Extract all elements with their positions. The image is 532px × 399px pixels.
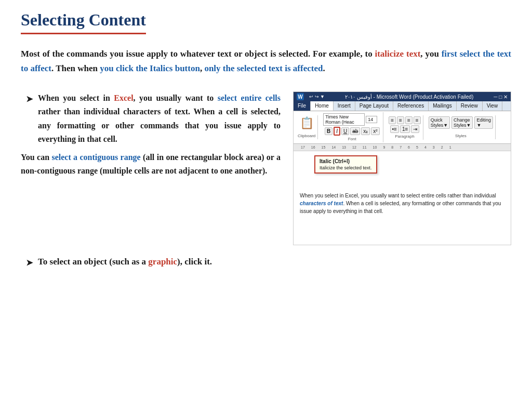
bullet-arrow-2: ➤: [26, 258, 33, 268]
strikethrough-button[interactable]: ab: [350, 127, 360, 135]
intro-text-3: . Then when: [51, 63, 100, 73]
font-name-box[interactable]: Times New Roman (Heac: [323, 113, 365, 126]
font-group: Times New Roman (Heac 14 B I U ab x₂ x² …: [321, 112, 383, 142]
tab-references[interactable]: References: [393, 101, 429, 111]
subscript-button[interactable]: x₂: [361, 127, 370, 135]
change-styles-btn[interactable]: ChangeStyles▼: [451, 116, 473, 129]
bullet-text-2: To select an object (such as a graphic),…: [38, 257, 212, 267]
title-section: Selecting Content: [21, 10, 146, 34]
tab-insert[interactable]: Insert: [334, 101, 355, 111]
tab-page-layout[interactable]: Page Layout: [355, 101, 393, 111]
para-buttons: ≡ ≡ ≡ ≡: [389, 116, 420, 124]
intro-text-1: Most of the commands you issue apply to …: [21, 49, 375, 59]
align-left[interactable]: ≡: [389, 116, 396, 124]
underline-button[interactable]: U: [341, 127, 349, 135]
b2-text2: ), click it.: [177, 257, 212, 267]
tooltip-title: Italic (Ctrl+I): [320, 158, 372, 164]
b2-text1: To select an object (such as a: [38, 257, 148, 267]
ribbon-tabs: File Home Insert Page Layout References …: [294, 101, 511, 111]
ribbon-content: 📋 Clipboard Times New Roman (Heac 14 B I…: [294, 111, 511, 144]
tab-home[interactable]: Home: [311, 101, 334, 111]
bullet-item-1: ➤ When you select in Excel, you usually …: [21, 91, 281, 147]
para-buttons2: •≡ 1≡ ⇥: [390, 125, 420, 133]
b1-excel: Excel: [114, 94, 133, 102]
b1-text3: rather than individual characters of tex…: [38, 107, 281, 143]
font-size-box[interactable]: 14: [366, 116, 377, 123]
intro-paragraph: Most of the commands you issue apply to …: [21, 47, 511, 76]
bullet-text-1: When you select in Excel, you usually wa…: [38, 91, 281, 147]
non-bullet-range: You can select a contiguous range (all i…: [21, 151, 281, 178]
b1-select-cells: select entire cells: [218, 94, 281, 102]
justify[interactable]: ≡: [414, 116, 421, 124]
doc-text-italic: characters of text: [300, 201, 343, 206]
bold-button[interactable]: B: [325, 127, 332, 135]
superscript-button[interactable]: x²: [371, 127, 379, 135]
word-doc-content: When you select in Excel, you usually wa…: [294, 188, 511, 245]
word-icon: W: [297, 93, 304, 100]
paragraph-group: ≡ ≡ ≡ ≡ •≡ 1≡ ⇥ Paragraph: [387, 115, 423, 140]
clipboard-label: Clipboard: [298, 134, 315, 138]
intro-italicize: italicize text: [375, 49, 420, 59]
styles-buttons: QuickStyles▼ ChangeStyles▼ Editing▼: [429, 116, 493, 129]
titlebar-controls: ─ □ ✕: [494, 94, 508, 100]
format-buttons: B I U ab x₂ x²: [325, 127, 380, 136]
font-label: Font: [348, 137, 356, 141]
tooltip-desc: Italicize the selected text.: [320, 165, 372, 170]
tab-view[interactable]: View: [483, 101, 503, 111]
ruler-marks: 1716151413121110987654321: [296, 145, 451, 149]
titlebar-undo: ↩ ↪ ▼: [309, 94, 325, 99]
word-screenshot: W ↩ ↪ ▼ أوفيس ٢٠١٠ - Microsoft Word (Pro…: [293, 91, 511, 245]
bullets-btn[interactable]: •≡: [390, 125, 399, 133]
page-title: Selecting Content: [21, 10, 146, 30]
align-center[interactable]: ≡: [397, 116, 404, 124]
editing-btn[interactable]: Editing▼: [474, 116, 493, 129]
tab-mailings[interactable]: Mailings: [429, 101, 457, 111]
italic-button[interactable]: I: [334, 127, 340, 136]
bullet-item-2: ➤ To select an object (such as a graphic…: [21, 257, 511, 268]
tooltip-box: Italic (Ctrl+I) Italicize the selected t…: [314, 155, 377, 174]
main-content-area: ➤ When you select in Excel, you usually …: [21, 91, 511, 245]
bullet-arrow-1: ➤: [26, 92, 33, 106]
intro-click-italics: you click the Italics button: [100, 63, 200, 73]
font-row1: Times New Roman (Heac 14: [323, 113, 381, 126]
tab-file[interactable]: File: [294, 101, 311, 111]
nb-text1: You can: [21, 153, 51, 162]
word-titlebar: W ↩ ↪ ▼ أوفيس ٢٠١٠ - Microsoft Word (Pro…: [294, 92, 511, 101]
titlebar-icons: W: [297, 93, 304, 100]
ruler: 1716151413121110987654321: [294, 144, 511, 151]
align-right[interactable]: ≡: [405, 116, 413, 124]
b2-graphic: graphic: [148, 257, 177, 267]
nb-contiguous: select a contiguous range: [51, 153, 140, 162]
titlebar-title: أوفيس ٢٠١٠ - Microsoft Word (Product Act…: [328, 94, 490, 100]
clipboard-group: 📋 Clipboard: [296, 115, 318, 139]
numbering-btn[interactable]: 1≡: [400, 125, 410, 133]
b1-text2: , you usually want to: [134, 94, 218, 102]
tooltip-area: Italic (Ctrl+I) Italicize the selected t…: [294, 151, 511, 188]
indent-btn[interactable]: ⇥: [411, 125, 419, 133]
paragraph-label: Paragraph: [395, 134, 414, 139]
styles-group: QuickStyles▼ ChangeStyles▼ Editing▼ Styl…: [427, 115, 496, 139]
doc-text-1: When you select in Excel, you usually wa…: [300, 193, 496, 198]
tab-review[interactable]: Review: [457, 101, 483, 111]
styles-label: Styles: [455, 134, 467, 138]
intro-text-5: .: [323, 63, 325, 73]
quick-styles-btn[interactable]: QuickStyles▼: [429, 116, 450, 129]
intro-only-selected: only the selected text is affected: [204, 63, 323, 73]
paste-icon: 📋: [300, 116, 314, 130]
b1-text1: When you select in: [38, 94, 114, 102]
left-content: ➤ When you select in Excel, you usually …: [21, 91, 281, 245]
intro-text-2: , you: [420, 49, 441, 59]
